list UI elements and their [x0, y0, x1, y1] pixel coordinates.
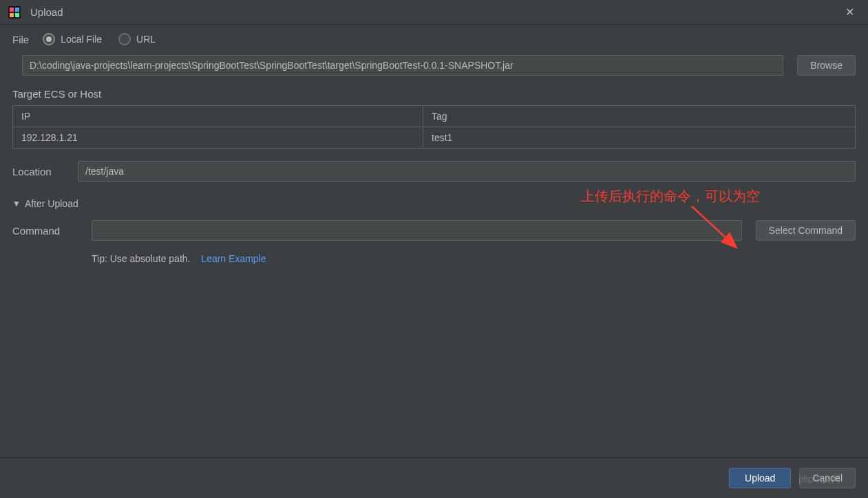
dialog-content: File Local File URL Browse Target ECS or… — [0, 25, 868, 272]
titlebar: Upload ✕ — [0, 0, 868, 25]
target-table: IP Tag 192.128.1.21 test1 — [12, 105, 856, 149]
file-radio-group: Local File URL — [43, 33, 156, 45]
location-row: Location — [12, 161, 856, 182]
header-tag[interactable]: Tag — [423, 106, 855, 127]
location-label: Location — [12, 166, 64, 177]
after-upload-label: After Upload — [25, 198, 78, 209]
upload-button[interactable]: Upload — [729, 468, 791, 488]
close-icon[interactable]: ✕ — [840, 3, 860, 21]
table-header: IP Tag — [13, 106, 855, 127]
svg-rect-4 — [15, 13, 19, 17]
radio-icon — [43, 33, 55, 45]
cell-ip: 192.128.1.21 — [13, 127, 423, 148]
command-input[interactable] — [92, 220, 742, 241]
file-source-row: File Local File URL — [12, 33, 856, 45]
table-row[interactable]: 192.128.1.21 test1 — [13, 127, 855, 148]
radio-local-file[interactable]: Local File — [43, 33, 102, 45]
radio-local-label: Local File — [61, 34, 102, 45]
learn-example-link[interactable]: Learn Example — [201, 253, 266, 264]
file-label: File — [12, 34, 29, 45]
select-command-button[interactable]: Select Command — [756, 220, 856, 241]
radio-url-label: URL — [136, 34, 156, 45]
cancel-button[interactable]: Cancel — [799, 468, 856, 488]
svg-rect-3 — [10, 13, 14, 17]
radio-url[interactable]: URL — [118, 33, 156, 45]
svg-rect-2 — [15, 8, 19, 12]
command-label: Command — [12, 225, 78, 237]
tip-row: Tip: Use absolute path. Learn Example — [92, 253, 856, 264]
file-path-row: Browse — [22, 55, 856, 76]
target-section-label: Target ECS or Host — [12, 88, 856, 100]
app-icon — [8, 6, 21, 19]
header-ip[interactable]: IP — [13, 106, 423, 127]
annotation-text: 上传后执行的命令，可以为空 — [581, 187, 760, 206]
radio-icon — [118, 33, 131, 45]
svg-rect-1 — [10, 8, 14, 12]
tip-text: Tip: Use absolute path. — [92, 253, 190, 264]
dialog-footer: Upload Cancel — [0, 457, 868, 498]
cell-tag: test1 — [423, 127, 855, 148]
triangle-down-icon: ▼ — [12, 199, 21, 208]
command-row: Command Select Command — [12, 220, 856, 241]
browse-button[interactable]: Browse — [797, 55, 856, 76]
file-path-input[interactable] — [22, 55, 783, 76]
location-input[interactable] — [78, 161, 856, 182]
dialog-title: Upload — [30, 6, 840, 18]
